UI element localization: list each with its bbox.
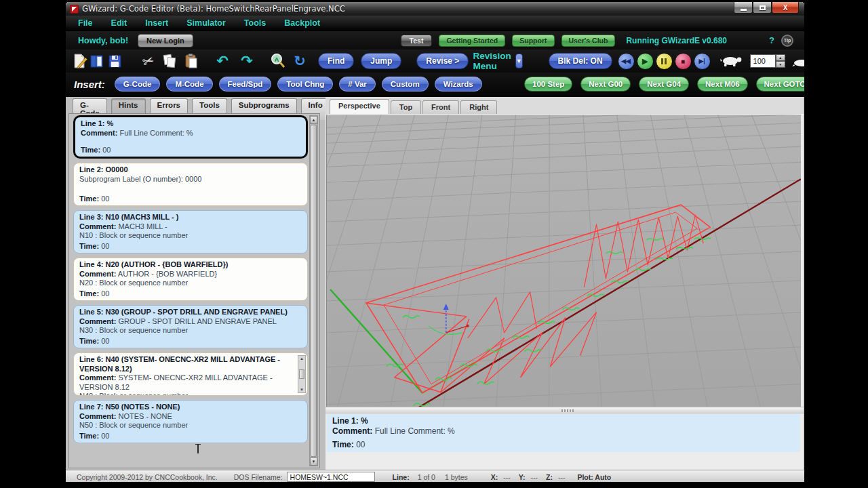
- step-forward-button[interactable]: ▶|: [694, 53, 711, 70]
- pause-button[interactable]: [656, 53, 673, 70]
- speed-spinner[interactable]: ▲▼: [776, 54, 785, 68]
- tab-top[interactable]: Top: [391, 100, 421, 114]
- help-icon[interactable]: ?: [769, 35, 774, 45]
- menu-backplot[interactable]: Backplot: [284, 18, 320, 28]
- insert-feedspd-button[interactable]: Feed/Spd: [219, 77, 272, 92]
- spinner-down-icon: ▼: [776, 61, 785, 68]
- greeting-label: Howdy, bob!: [78, 36, 128, 45]
- hints-scrollbar[interactable]: ▲ ▼: [309, 115, 318, 466]
- maximize-button[interactable]: [753, 2, 772, 14]
- left-panel: G-Code Hints Errors Tools Subprograms In…: [66, 97, 323, 470]
- next-g00-button[interactable]: Next G00: [580, 77, 631, 92]
- rewind-button[interactable]: ◀◀: [618, 53, 635, 70]
- scrollbar-thumb[interactable]: [311, 125, 317, 457]
- menu-insert[interactable]: Insert: [145, 18, 168, 28]
- hint-card-time: Time: 00: [79, 432, 302, 441]
- open-file-icon[interactable]: [89, 52, 106, 70]
- y-label: Y:: [519, 473, 526, 481]
- next-g04-button[interactable]: Next G04: [639, 77, 689, 92]
- insert-gcode-button[interactable]: G-Code: [115, 77, 161, 92]
- save-icon[interactable]: [106, 52, 124, 70]
- turtle-slow-icon[interactable]: [719, 52, 745, 70]
- minimize-button[interactable]: [734, 2, 753, 14]
- redo-icon[interactable]: ↷: [238, 52, 256, 70]
- revision-menu-dropdown[interactable]: ▼: [515, 54, 523, 68]
- search-icon[interactable]: A: [269, 52, 287, 70]
- right-panel: Perspective Top Front Right Line 1: % Co…: [326, 97, 804, 470]
- menu-tools[interactable]: Tools: [244, 18, 266, 28]
- hint-card-row: Comment: SYSTEM- ONECNC-XR2 MILL ADVANTA…: [79, 373, 302, 392]
- scroll-down-icon[interactable]: ▼: [310, 458, 317, 466]
- copyright-label: Copyright 2009-2012 by CNCCookbook, Inc.: [77, 473, 218, 481]
- toolbar: ✂ ↶ ↷ A ↻ Find Jump Revise > Re: [66, 49, 804, 73]
- new-login-button[interactable]: New Login: [138, 34, 193, 47]
- insert-toolchng-button[interactable]: Tool Chng: [277, 77, 333, 92]
- refresh-icon[interactable]: ↻: [291, 52, 309, 70]
- revise-button[interactable]: Revise >: [416, 53, 469, 69]
- insert-var-button[interactable]: # Var: [339, 77, 376, 92]
- blk-del-button[interactable]: Blk Del: ON: [549, 53, 612, 69]
- hint-card-title: Line 1: %: [81, 119, 300, 129]
- getting-started-button[interactable]: Getting Started: [439, 35, 505, 47]
- close-button[interactable]: X: [772, 2, 799, 14]
- copy-icon[interactable]: [161, 52, 178, 70]
- insert-label: Insert:: [74, 79, 105, 90]
- tab-right[interactable]: Right: [460, 100, 497, 114]
- find-button[interactable]: Find: [318, 53, 354, 69]
- tip-icon[interactable]: Tip: [781, 35, 793, 47]
- hint-card-time: Time: 00: [79, 289, 302, 299]
- hint-card-line-2[interactable]: Line 2: O0000Subprogram Label (O number)…: [73, 163, 308, 206]
- support-button[interactable]: Support: [512, 35, 554, 47]
- tab-front[interactable]: Front: [422, 100, 459, 114]
- hint-card-line-7[interactable]: Line 7: N50 (NOTES - NONE)Comment: NOTES…: [73, 400, 308, 443]
- hint-card-title: Line 7: N50 (NOTES - NONE): [79, 403, 302, 412]
- hint-card-line-1[interactable]: Line 1: %Comment: Full Line Comment: %Ti…: [73, 115, 308, 159]
- chevron-down-icon: ▼: [516, 58, 522, 64]
- insert-mcode-button[interactable]: M-Code: [166, 77, 212, 92]
- hint-card-time: Time: 00: [79, 195, 302, 204]
- next-goto-button[interactable]: Next GOTO: [756, 77, 805, 92]
- test-button[interactable]: Test: [401, 35, 433, 47]
- svg-text:A: A: [275, 56, 279, 63]
- play-button[interactable]: ▶: [637, 53, 654, 70]
- insert-custom-button[interactable]: Custom: [382, 77, 429, 92]
- jump-button[interactable]: Jump: [361, 53, 401, 69]
- step-100-button[interactable]: 100 Step: [524, 77, 572, 92]
- app-window: GWizard: G-Code Editor (Beta): HomeSwitc…: [65, 1, 805, 483]
- revision-menu-label[interactable]: Revision Menu: [473, 51, 511, 71]
- insert-bar: Insert: G-Code M-Code Feed/Spd Tool Chng…: [66, 73, 804, 97]
- z-value: ---: [558, 473, 566, 481]
- menu-file[interactable]: File: [78, 18, 93, 28]
- undo-icon[interactable]: ↶: [214, 52, 231, 70]
- paste-icon[interactable]: [182, 52, 200, 70]
- hint-card-line-4[interactable]: Line 4: N20 (AUTHOR - {BOB WARFIELD})Com…: [73, 258, 308, 301]
- viewport-3d-scene[interactable]: [326, 115, 801, 407]
- screen: GWizard: G-Code Editor (Beta): HomeSwitc…: [0, 0, 868, 488]
- z-label: Z:: [546, 473, 553, 481]
- cut-icon[interactable]: ✂: [139, 52, 157, 70]
- next-m06-button[interactable]: Next M06: [697, 77, 748, 92]
- horizontal-splitter[interactable]: [326, 407, 804, 413]
- titlebar[interactable]: GWizard: G-Code Editor (Beta): HomeSwitc…: [66, 2, 804, 16]
- menu-simulator[interactable]: Simulator: [186, 18, 226, 28]
- running-version-label: Running GWizardE v0.680: [626, 36, 727, 45]
- hint-card-inner-scrollbar[interactable]: ▲▼: [298, 355, 306, 393]
- users-club-button[interactable]: User's Club: [561, 35, 616, 47]
- hint-card-line-3[interactable]: Line 3: N10 (MACH3 MILL - )Comment: MACH…: [73, 210, 308, 253]
- menu-edit[interactable]: Edit: [111, 18, 127, 28]
- insert-wizards-button[interactable]: Wizards: [435, 77, 482, 92]
- step-forward-icon: ▶|: [698, 58, 705, 64]
- info-time: Time: 00: [332, 440, 795, 450]
- hint-card-line-6[interactable]: Line 6: N40 (SYSTEM- ONECNC-XR2 MILL ADV…: [73, 352, 308, 396]
- spinner-up-icon: ▲: [776, 54, 785, 61]
- rabbit-fast-icon[interactable]: [791, 52, 805, 70]
- new-file-icon[interactable]: [71, 52, 89, 70]
- hints-list: Line 1: %Comment: Full Line Comment: %Ti…: [71, 115, 309, 466]
- tab-perspective[interactable]: Perspective: [330, 99, 389, 114]
- scroll-up-icon[interactable]: ▲: [310, 116, 317, 124]
- stop-button[interactable]: ■: [675, 53, 692, 70]
- hint-card-line-5[interactable]: Line 5: N30 (GROUP - SPOT DRILL AND ENGR…: [73, 305, 308, 348]
- speed-input[interactable]: [750, 54, 776, 68]
- window-title: GWizard: G-Code Editor (Beta): HomeSwitc…: [82, 4, 345, 14]
- dos-filename-input[interactable]: [287, 472, 375, 482]
